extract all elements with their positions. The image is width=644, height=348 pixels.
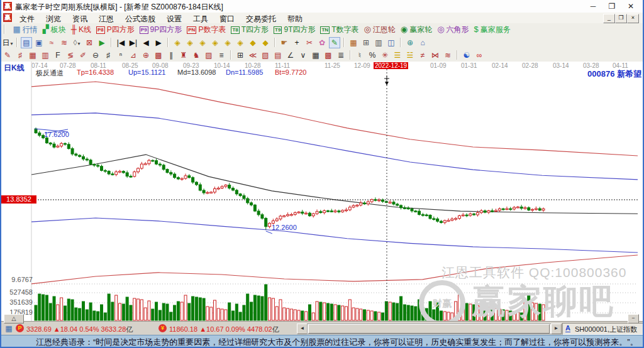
chart-toolbar-icon[interactable]: ◈ [184,37,196,48]
mdi-close-button[interactable]: × [627,14,639,23]
drawing-tool-icon[interactable]: ▨ [203,50,214,61]
feature-toolbar-button[interactable]: T8T四方形 [229,24,270,35]
drawing-tool-icon[interactable]: ⊖ [90,50,101,61]
chart-toolbar-icon[interactable]: ◆ [260,37,271,48]
drawing-tool-icon[interactable]: ⊕ [140,50,152,61]
drawing-tool-icon[interactable]: ≋ [442,50,453,61]
chart-toolbar-icon[interactable]: ✎ [329,37,340,48]
drawing-tool-icon[interactable]: ✳ [379,50,391,61]
chart-toolbar-icon[interactable]: ◀ [140,37,152,48]
drawing-tool-icon[interactable]: ▦ [27,50,38,61]
chart-toolbar-icon[interactable]: ◈ [172,37,183,48]
chart-toolbar-icon[interactable]: ▥ [373,37,384,48]
chart-toolbar-icon[interactable]: ⊕ [404,37,416,48]
quote-grid-icon[interactable]: ▦ [3,323,14,334]
chart-toolbar-icon[interactable]: ▤ [21,37,32,48]
maximize-button[interactable]: ❐ [604,1,620,11]
drawing-tool-icon[interactable]: ▤ [272,50,284,61]
chart-toolbar-icon[interactable]: ≋ [58,37,70,48]
drawing-tool-icon[interactable]: ✎ [2,50,13,61]
scroll-left-button[interactable]: ◄ [297,324,308,334]
close-button[interactable]: ✕ [623,1,639,11]
feature-toolbar-button[interactable]: P8P四方形 [94,24,136,35]
chart-toolbar-icon[interactable]: ◈ [209,37,221,48]
mdi-minimize-button[interactable]: _ [603,14,615,23]
drawing-tool-icon[interactable]: ≣ [335,50,347,61]
drawing-tool-icon[interactable]: ▧ [260,50,271,61]
chart-toolbar-icon[interactable]: ≈ [46,37,57,48]
chart-toolbar-icon[interactable]: + [291,37,303,48]
chart-toolbar-icon[interactable]: ▶| [128,37,139,48]
drawing-tool-icon[interactable]: ∞ [474,50,485,61]
drawing-tool-icon[interactable]: ☯ [461,50,472,61]
drawing-tool-icon[interactable]: ▩ [323,50,334,61]
chart-toolbar-icon[interactable]: ☛ [279,37,290,48]
feature-toolbar-button[interactable]: TNT数字表 [318,24,360,35]
drawing-tool-icon[interactable]: ⊞ [235,50,246,61]
feature-toolbar-button[interactable]: ▞板块 [41,24,68,35]
feature-toolbar-button[interactable]: ◉赢家轮 [399,24,434,35]
feature-toolbar-button[interactable]: $赢家服务 [472,24,513,35]
kline-chart-area[interactable]: 日K线 07-1407-2808-1108-2509-0809-2310-141… [1,62,644,321]
scroll-right-button[interactable]: ► [551,324,562,334]
feature-toolbar-button[interactable]: ▦行情 [11,24,39,35]
drawing-tool-icon[interactable]: ✐ [77,50,89,61]
feature-toolbar-button[interactable]: ◎六角形 [435,24,470,35]
drawing-tool-icon[interactable]: ≠ [417,50,428,61]
drawing-tool-icon[interactable]: ▦ [310,50,321,61]
chart-toolbar-icon[interactable]: ▶ [96,37,108,48]
chart-toolbar-icon[interactable]: ▶ [153,37,164,48]
chart-toolbar-icon[interactable]: ⌂ [417,37,428,48]
drawing-tool-icon[interactable]: ☰ [392,50,403,61]
drawing-tool-icon[interactable]: ∠ [285,50,296,61]
scrollbar-track[interactable] [307,324,552,334]
feature-toolbar-button[interactable]: ╫K线 [69,24,93,35]
chart-toolbar-icon[interactable]: ✂ [304,37,315,48]
chart-toolbar-icon[interactable]: ◆ [247,37,258,48]
feature-badge-icon: T8 [231,26,239,34]
chart-toolbar-icon[interactable]: 日 [2,37,13,48]
feature-badge-icon: P8 [96,26,105,34]
chart-toolbar-icon[interactable]: ⊞ [360,37,372,48]
chart-toolbar-icon[interactable]: ⊠ [84,37,95,48]
chart-toolbar-icon[interactable]: ◫ [386,37,397,48]
index-selector-panel[interactable]: A SH000001,上证指数 [562,323,644,335]
drawing-tool-icon[interactable]: ▩ [153,50,164,61]
minimize-button[interactable]: ─ [585,1,601,11]
feature-toolbar-button[interactable]: PNP数字表 [185,24,228,35]
drawing-tool-icon[interactable]: ∥ [165,50,177,61]
drawing-tool-icon[interactable]: ⁿ [115,50,126,61]
collapse-panel-button[interactable]: − [628,314,639,324]
drawing-tool-icon[interactable]: ≶ [65,50,76,61]
feature-toolbar-button[interactable]: P99P四方形 [138,24,184,35]
drawing-tool-icon[interactable]: ⊿ [128,50,139,61]
chart-toolbar-icon[interactable]: ▦ [348,37,359,48]
chart-toolbar-icon[interactable]: ◈ [197,37,208,48]
drawing-tool-icon[interactable]: % [367,50,378,61]
chart-toolbar-icon[interactable]: ◈ [235,37,246,48]
drawing-tool-icon[interactable]: F [52,50,64,61]
chart-toolbar-icon[interactable]: ▣ [33,37,45,48]
feature-toolbar-button[interactable]: T99T四方形 [272,24,317,35]
chart-toolbar-icon[interactable]: ◈ [222,37,233,48]
chart-toolbar-icon[interactable]: |◀ [115,37,126,48]
drawing-tool-icon[interactable]: ⋈ [430,50,441,61]
app-logo-icon: 赢 [3,2,12,11]
expand-panel-button[interactable]: △ [4,314,24,324]
drawing-tool-icon[interactable]: ∨ [297,50,309,61]
feature-toolbar-button[interactable]: ◎江恩轮 [362,24,397,35]
drawing-tool-icon[interactable]: ♜ [178,50,189,61]
drawing-tool-icon[interactable]: ▥ [40,50,51,61]
mdi-restore-button[interactable]: ❐ [615,14,627,23]
chart-toolbar-icon[interactable]: ✿ [316,37,328,48]
chart-toolbar-icon[interactable]: ◊ [71,37,82,48]
drawing-tool-icon[interactable]: ♞ [191,50,202,61]
drawing-tool-icon[interactable]: ≪ [247,50,258,61]
drawing-tool-icon[interactable]: ♮ [354,50,365,61]
drawing-tool-icon[interactable]: ♯ [103,50,114,61]
drawing-tool-icon[interactable]: ☱ [404,50,416,61]
drawing-tool-icon[interactable]: ♯ [14,50,26,61]
chart-toolbar-items: 日▤▣≈≋◊⊠▶|◀▶|◀▶◈◈◈◈◈◈◆◆☛+✂✿✎▦⊞▥◫⊕⌂ [1,36,429,47]
scrollbar-thumb[interactable] [308,324,550,334]
drawing-tool-icon[interactable]: ≡ [216,50,227,61]
